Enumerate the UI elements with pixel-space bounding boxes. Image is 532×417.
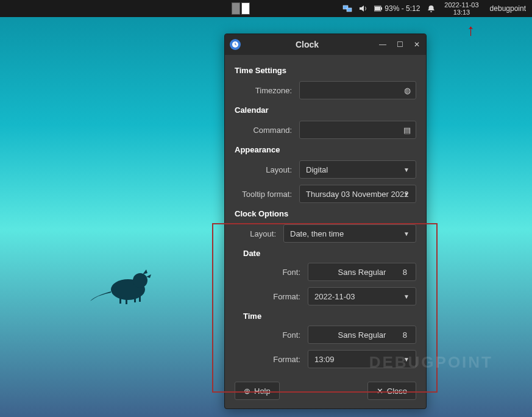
annotation-arrow: ↑ — [467, 21, 475, 40]
panel-date: 2022-11-03 — [444, 1, 478, 9]
timezone-input[interactable]: ◍ — [299, 81, 416, 99]
date-format-select[interactable]: 2022-11-03 — [308, 287, 416, 305]
label-date-format: Format: — [235, 292, 302, 301]
date-font-size: 8 — [403, 268, 407, 277]
close-icon: ✕ — [377, 387, 383, 396]
time-font-button[interactable]: Sans Regular 8 — [308, 326, 416, 344]
maximize-button[interactable]: ☐ — [395, 40, 404, 49]
panel-tray: 93% - 5:12 2022-11-03 13:13 debugpoint — [342, 1, 532, 16]
date-font-button[interactable]: Sans Regular 8 — [308, 263, 416, 281]
globe-icon[interactable]: ◍ — [404, 86, 411, 95]
date-font-name: Sans Regular — [338, 268, 386, 277]
battery-indicator[interactable]: 93% - 5:12 — [374, 4, 420, 13]
help-button[interactable]: ⊕ Help — [235, 382, 280, 400]
tooltip-format-select[interactable]: Thursday 03 November 2022 — [299, 185, 416, 203]
time-font-name: Sans Regular — [338, 330, 386, 340]
label-time-format: Format: — [235, 355, 302, 364]
network-icon[interactable] — [342, 4, 352, 13]
command-input[interactable]: ▤ — [299, 121, 416, 139]
hostname-label[interactable]: debugpoint — [488, 4, 528, 13]
label-timezone: Timezone: — [235, 86, 293, 95]
subsection-time: Time — [243, 312, 416, 321]
label-time-font: Font: — [235, 330, 302, 340]
volume-icon[interactable] — [358, 4, 368, 13]
appearance-layout-select[interactable]: Digital — [299, 160, 416, 179]
svg-rect-3 — [375, 7, 380, 10]
help-icon: ⊕ — [244, 387, 250, 396]
label-clock-layout: Layout: — [235, 229, 277, 238]
dialog-footer: ⊕ Help ✕ Close — [225, 374, 426, 408]
section-appearance: Appearance — [235, 145, 416, 154]
clock-settings-dialog: Clock — ☐ ✕ Time Settings Timezone: ◍ Ca… — [224, 34, 427, 409]
date-format-value: 2022-11-03 — [314, 292, 355, 301]
battery-text: 93% - 5:12 — [385, 4, 420, 13]
workspace-1[interactable] — [232, 2, 240, 15]
workspace-2[interactable] — [241, 2, 250, 15]
svg-rect-10 — [139, 296, 141, 302]
svg-rect-9 — [134, 296, 136, 302]
help-label: Help — [254, 387, 271, 396]
subsection-date: Date — [243, 249, 416, 258]
svg-rect-8 — [126, 298, 127, 304]
tooltip-format-value: Thursday 03 November 2022 — [306, 190, 408, 199]
clock-layout-select[interactable]: Date, then time — [283, 224, 416, 243]
label-appearance-layout: Layout: — [235, 165, 293, 174]
panel-clock[interactable]: 2022-11-03 13:13 — [442, 1, 481, 16]
clock-layout-value: Date, then time — [290, 229, 344, 238]
close-label: Close — [387, 387, 407, 396]
desktop-wallpaper-mouse — [90, 262, 163, 308]
time-format-select[interactable]: 13:09 — [308, 350, 416, 368]
label-tooltip-format: Tooltip format: — [235, 190, 293, 199]
section-time-settings: Time Settings — [235, 66, 416, 75]
appearance-layout-value: Digital — [306, 165, 328, 174]
time-format-value: 13:09 — [314, 355, 335, 364]
workspace-switcher[interactable] — [232, 2, 250, 15]
browse-icon[interactable]: ▤ — [403, 126, 411, 135]
svg-rect-7 — [119, 298, 121, 304]
minimize-button[interactable]: — — [378, 40, 387, 49]
svg-rect-1 — [347, 8, 352, 12]
panel-time: 13:13 — [444, 9, 478, 16]
dialog-title: Clock — [241, 40, 374, 49]
dialog-titlebar[interactable]: Clock — ☐ ✕ — [225, 34, 426, 55]
label-date-font: Font: — [235, 268, 302, 277]
svg-rect-4 — [381, 7, 382, 10]
close-button[interactable]: ✕ Close — [367, 382, 416, 400]
svg-point-6 — [133, 273, 147, 288]
notification-icon[interactable] — [426, 4, 436, 13]
top-panel: 93% - 5:12 2022-11-03 13:13 debugpoint — [0, 0, 532, 17]
section-clock-options: Clock Options — [235, 209, 416, 218]
label-command: Command: — [235, 126, 293, 135]
section-calendar: Calendar — [235, 105, 416, 115]
clock-app-icon — [230, 39, 241, 50]
close-window-button[interactable]: ✕ — [413, 40, 421, 49]
time-font-size: 8 — [403, 330, 407, 340]
